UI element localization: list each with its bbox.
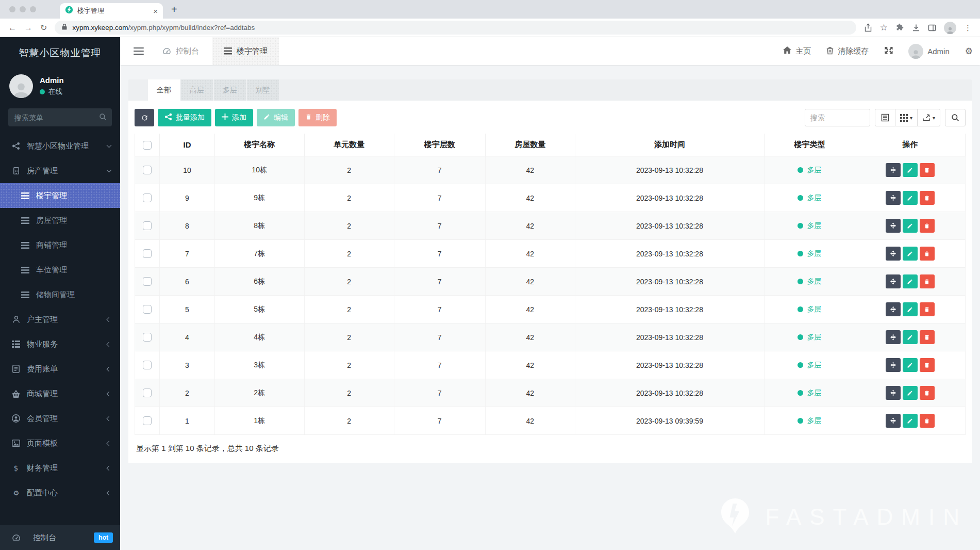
tab-console[interactable]: 控制台: [151, 37, 210, 65]
user-menu[interactable]: Admin: [908, 44, 950, 59]
row-drag-button[interactable]: [886, 330, 901, 344]
sidebar-item[interactable]: 费用账单: [0, 357, 120, 381]
table-row[interactable]: 22栋27422023-09-13 10:32:28多层: [135, 379, 966, 407]
row-checkbox[interactable]: [143, 361, 152, 369]
table-row[interactable]: 55栋27422023-09-13 10:32:28多层: [135, 296, 966, 323]
row-drag-button[interactable]: [886, 358, 901, 372]
table-row[interactable]: 11栋27422023-09-13 09:39:59多层: [135, 407, 966, 435]
row-checkbox[interactable]: [143, 249, 152, 258]
row-edit-button[interactable]: [903, 247, 918, 261]
settings-gear-icon[interactable]: ⚙: [965, 46, 973, 57]
row-checkbox[interactable]: [143, 416, 152, 425]
row-drag-button[interactable]: [886, 191, 901, 205]
row-delete-button[interactable]: [920, 330, 935, 344]
window-minimize-button[interactable]: [20, 6, 26, 12]
sidebar-subitem[interactable]: 房屋管理: [0, 208, 120, 233]
delete-button[interactable]: 删除: [298, 109, 337, 126]
row-checkbox[interactable]: [143, 221, 152, 230]
table-row[interactable]: 1010栋27422023-09-13 10:32:28多层: [135, 156, 966, 184]
row-edit-button[interactable]: [903, 191, 918, 205]
row-checkbox[interactable]: [143, 389, 152, 397]
table-search-input[interactable]: [805, 109, 870, 126]
window-close-button[interactable]: [9, 6, 15, 12]
row-delete-button[interactable]: [920, 247, 935, 261]
tab-close-icon[interactable]: ×: [153, 7, 158, 15]
row-delete-button[interactable]: [920, 302, 935, 316]
sidebar-subitem[interactable]: 楼宇管理: [0, 183, 120, 208]
row-drag-button[interactable]: [886, 386, 901, 400]
edit-button[interactable]: 编辑: [257, 109, 295, 126]
forward-icon[interactable]: →: [24, 23, 32, 33]
row-edit-button[interactable]: [903, 219, 918, 233]
row-edit-button[interactable]: [903, 163, 918, 177]
filter-tab[interactable]: 多层: [214, 79, 246, 101]
select-all-checkbox[interactable]: [143, 141, 152, 150]
sidebar-item[interactable]: 房产管理: [0, 158, 120, 183]
row-delete-button[interactable]: [920, 414, 935, 428]
row-checkbox[interactable]: [143, 333, 152, 342]
sidebar-item-console[interactable]: 控制台 hot: [0, 525, 120, 550]
sidebar-item[interactable]: 页面模板: [0, 431, 120, 456]
row-delete-button[interactable]: [920, 274, 935, 288]
refresh-button[interactable]: [135, 109, 154, 126]
home-button[interactable]: 主页: [783, 46, 811, 56]
table-row[interactable]: 88栋27422023-09-13 10:32:28多层: [135, 212, 966, 240]
row-delete-button[interactable]: [920, 358, 935, 372]
menu-search-input[interactable]: [8, 108, 112, 126]
sidebar-item[interactable]: $财务管理: [0, 456, 120, 480]
sidebar-item[interactable]: 会员管理: [0, 406, 120, 431]
row-edit-button[interactable]: [903, 414, 918, 428]
browser-menu-icon[interactable]: ⋮: [964, 23, 972, 33]
window-controls[interactable]: [9, 6, 36, 12]
fullscreen-button[interactable]: [884, 46, 893, 56]
share-icon[interactable]: [864, 23, 872, 32]
row-drag-button[interactable]: [886, 274, 901, 288]
sidebar-item[interactable]: 智慧小区物业管理: [0, 134, 120, 158]
extensions-puzzle-icon[interactable]: [895, 23, 904, 32]
address-bar[interactable]: xypm.xykeep.com/xypm.php/xypm/build/inde…: [55, 21, 856, 35]
row-delete-button[interactable]: [920, 163, 935, 177]
sidebar-item[interactable]: ⚙配置中心: [0, 480, 120, 505]
avatar[interactable]: [9, 74, 33, 98]
row-drag-button[interactable]: [886, 247, 901, 261]
row-checkbox[interactable]: [143, 166, 152, 174]
row-drag-button[interactable]: [886, 219, 901, 233]
new-tab-button[interactable]: +: [171, 4, 177, 15]
row-edit-button[interactable]: [903, 358, 918, 372]
browser-profile-avatar[interactable]: [944, 22, 956, 34]
bookmark-star-icon[interactable]: ☆: [880, 22, 888, 33]
browser-tab[interactable]: 楼宇管理 ×: [60, 3, 163, 19]
filter-tab[interactable]: 高层: [181, 79, 213, 101]
batch-add-button[interactable]: 批量添加: [158, 109, 211, 126]
download-icon[interactable]: [912, 24, 920, 32]
row-edit-button[interactable]: [903, 274, 918, 288]
window-zoom-button[interactable]: [30, 6, 36, 12]
row-edit-button[interactable]: [903, 330, 918, 344]
table-row[interactable]: 33栋27422023-09-13 10:32:28多层: [135, 351, 966, 379]
row-checkbox[interactable]: [143, 277, 152, 286]
row-edit-button[interactable]: [903, 386, 918, 400]
row-checkbox[interactable]: [143, 305, 152, 314]
sidebar-subitem[interactable]: 储物间管理: [0, 282, 120, 307]
toggle-view-button[interactable]: [875, 109, 895, 126]
row-drag-button[interactable]: [886, 163, 901, 177]
sidebar-subitem[interactable]: 车位管理: [0, 257, 120, 282]
row-delete-button[interactable]: [920, 386, 935, 400]
tab-building-management[interactable]: 楼宇管理: [212, 37, 279, 65]
back-icon[interactable]: ←: [8, 23, 16, 33]
table-row[interactable]: 77栋27422023-09-13 10:32:28多层: [135, 240, 966, 268]
table-row[interactable]: 66栋27422023-09-13 10:32:28多层: [135, 268, 966, 296]
table-row[interactable]: 99栋27422023-09-13 10:32:28多层: [135, 184, 966, 212]
row-edit-button[interactable]: [903, 302, 918, 316]
sidebar-item[interactable]: 物业服务: [0, 332, 120, 357]
sidebar-item[interactable]: 户主管理: [0, 307, 120, 332]
search-button[interactable]: [945, 109, 966, 126]
add-button[interactable]: 添加: [215, 109, 253, 126]
hamburger-icon[interactable]: [134, 47, 144, 55]
row-drag-button[interactable]: [886, 414, 901, 428]
sidebar-item[interactable]: 商城管理: [0, 381, 120, 406]
row-delete-button[interactable]: [920, 219, 935, 233]
row-delete-button[interactable]: [920, 191, 935, 205]
row-checkbox[interactable]: [143, 193, 152, 202]
reload-icon[interactable]: ↻: [40, 23, 47, 33]
